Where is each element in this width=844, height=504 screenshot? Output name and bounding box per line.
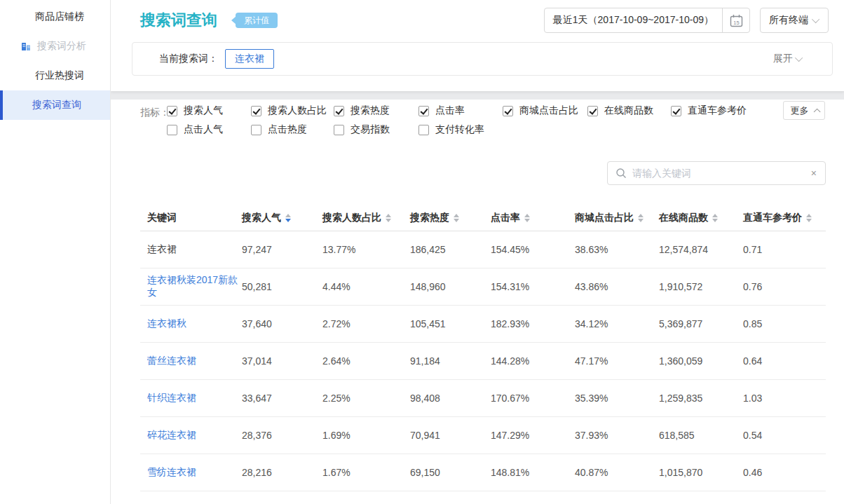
sidebar-item-search-term-query[interactable]: 搜索词查询 [0, 90, 110, 120]
value-cell: 0.64 [743, 355, 826, 367]
keyword-cell[interactable]: 蕾丝连衣裙 [140, 355, 242, 367]
keyword-cell[interactable]: 针织连衣裙 [140, 392, 242, 404]
metric-checkbox-label: 点击热度 [268, 123, 307, 136]
value-cell: 69,150 [410, 467, 491, 478]
checkbox-unchecked-icon[interactable] [167, 125, 177, 135]
checkbox-checked-icon[interactable] [167, 106, 177, 116]
sort-arrows-icon[interactable] [806, 214, 812, 222]
value-cell: 1.69% [322, 430, 410, 441]
value-cell: 1,259,835 [659, 393, 743, 404]
column-header-8[interactable]: 直通车参考价 [743, 212, 826, 224]
checkbox-checked-icon[interactable] [418, 106, 429, 116]
metric-checkbox-label: 搜索热度 [350, 104, 390, 117]
sidebar-item-goods-shop-rank[interactable]: 商品店铺榜 [0, 2, 110, 32]
expand-toggle[interactable]: 展开 [773, 53, 803, 65]
checkbox-checked-icon[interactable] [503, 106, 513, 116]
value-cell: 91,184 [410, 355, 491, 367]
value-cell: 0.85 [743, 318, 826, 329]
metric-checkbox-r1-5[interactable]: 商城点击占比 [503, 104, 578, 117]
metric-checkbox-r1-4[interactable]: 点击率 [418, 104, 465, 117]
column-header-label: 在线商品数 [659, 212, 708, 224]
date-range-text: 最近1天（2017-10-09~2017-10-09） [545, 14, 722, 27]
calendar-icon[interactable]: 15 [723, 14, 749, 27]
metric-checkbox-label: 点击人气 [184, 123, 223, 136]
terminal-select[interactable]: 所有终端 [760, 8, 829, 33]
value-cell: 34.12% [575, 318, 659, 329]
sort-arrows-icon[interactable] [638, 214, 644, 222]
checkbox-checked-icon[interactable] [671, 106, 681, 116]
value-cell: 28,216 [242, 467, 322, 478]
metric-checkbox-r1-3[interactable]: 搜索热度 [334, 104, 390, 117]
column-header-7[interactable]: 在线商品数 [659, 212, 743, 224]
metric-checkbox-label: 在线商品数 [604, 104, 653, 117]
column-header-5[interactable]: 点击率 [491, 212, 575, 224]
checkbox-checked-icon[interactable] [587, 106, 598, 116]
sort-arrows-icon[interactable] [524, 214, 530, 222]
value-cell: 0.71 [743, 244, 826, 255]
value-cell: 37,014 [242, 355, 322, 367]
column-header-label: 关键词 [147, 212, 177, 224]
value-cell: 147.29% [491, 430, 575, 441]
table-row: 连衣裙秋装2017新款女50,2814.44%148,960154.31%43.… [140, 268, 826, 306]
sort-arrows-icon[interactable] [386, 214, 391, 222]
metric-checkbox-r2-4[interactable]: 支付转化率 [418, 123, 484, 136]
table-row: 针织连衣裙33,6472.25%98,408170.67%35.39%1,259… [140, 380, 826, 417]
sidebar-item-label: 商品店铺榜 [35, 11, 84, 23]
more-metrics-button[interactable]: 更多 [783, 101, 825, 120]
checkbox-checked-icon[interactable] [251, 106, 261, 116]
buildings-icon [20, 41, 32, 52]
keyword-cell[interactable]: 连衣裙秋装2017新款女 [140, 274, 242, 299]
top-panel: 搜索词查询 累计值 最近1天（2017-10-09~2017-10-09） 15… [111, 0, 844, 91]
column-header-label: 直通车参考价 [743, 212, 802, 224]
clear-search-icon[interactable]: × [811, 168, 817, 178]
column-header-label: 搜索人气 [242, 212, 281, 224]
column-header-6[interactable]: 商城点击占比 [575, 212, 659, 224]
table-row: 连衣裙97,24713.77%186,425154.45%38.63%12,57… [140, 231, 826, 268]
column-header-label: 搜索人数占比 [322, 212, 381, 224]
keyword-cell[interactable]: 碎花连衣裙 [140, 429, 242, 442]
top-right-controls: 最近1天（2017-10-09~2017-10-09） 15 所有终端 [544, 8, 829, 33]
value-cell: 154.31% [491, 281, 575, 292]
metric-checkbox-label: 支付转化率 [435, 123, 484, 136]
column-header-label: 点击率 [491, 212, 520, 224]
value-cell: 1,360,059 [659, 355, 743, 367]
expand-label: 展开 [773, 53, 793, 65]
calendar-day-number: 15 [733, 19, 739, 25]
sort-arrows-icon[interactable] [285, 214, 291, 222]
page-title: 搜索词查询 [140, 10, 217, 31]
keyword-search-input[interactable] [627, 168, 811, 179]
checkbox-unchecked-icon[interactable] [251, 125, 261, 135]
value-cell: 144.28% [491, 355, 575, 367]
column-header-3[interactable]: 搜索人数占比 [322, 212, 410, 224]
checkbox-unchecked-icon[interactable] [418, 125, 429, 135]
column-header-2[interactable]: 搜索人气 [242, 212, 322, 224]
keyword-table: 关键词搜索人气搜索人数占比搜索热度点击率商城点击占比在线商品数直通车参考价 连衣… [140, 205, 826, 491]
metric-checkbox-r2-1[interactable]: 点击人气 [167, 123, 223, 136]
metric-checkbox-r2-3[interactable]: 交易指数 [334, 123, 390, 136]
column-header-4[interactable]: 搜索热度 [410, 212, 491, 224]
metric-checkbox-r1-2[interactable]: 搜索人数占比 [251, 104, 327, 117]
date-range-picker[interactable]: 最近1天（2017-10-09~2017-10-09） 15 [544, 8, 750, 33]
value-cell: 43.86% [575, 281, 659, 292]
current-term-tag[interactable]: 连衣裙 [225, 49, 274, 69]
metric-checkbox-r1-1[interactable]: 搜索人气 [167, 104, 223, 117]
metric-checkbox-r1-6[interactable]: 在线商品数 [587, 104, 653, 117]
value-cell: 5,369,877 [659, 318, 743, 329]
sort-arrows-icon[interactable] [712, 214, 718, 222]
sidebar-item-search-term-analysis[interactable]: 搜索词分析 [0, 32, 110, 61]
metric-checkbox-r2-2[interactable]: 点击热度 [251, 123, 307, 136]
sidebar-item-industry-hot-words[interactable]: 行业热搜词 [0, 61, 110, 90]
chevron-down-icon [812, 15, 819, 23]
value-cell: 2.72% [322, 318, 410, 329]
metrics-row-2: 点击人气点击热度交易指数支付转化率 [111, 123, 844, 139]
sort-arrows-icon[interactable] [454, 214, 459, 222]
keyword-cell[interactable]: 连衣裙秋 [140, 318, 242, 330]
value-cell: 13.77% [322, 244, 410, 255]
metric-checkbox-r1-7[interactable]: 直通车参考价 [671, 104, 747, 117]
checkbox-checked-icon[interactable] [334, 106, 344, 116]
metric-checkbox-label: 点击率 [435, 104, 465, 117]
keyword-cell[interactable]: 雪纺连衣裙 [140, 466, 242, 479]
checkbox-unchecked-icon[interactable] [334, 125, 344, 135]
value-cell: 37,640 [242, 318, 322, 329]
column-header-label: 商城点击占比 [575, 212, 634, 224]
